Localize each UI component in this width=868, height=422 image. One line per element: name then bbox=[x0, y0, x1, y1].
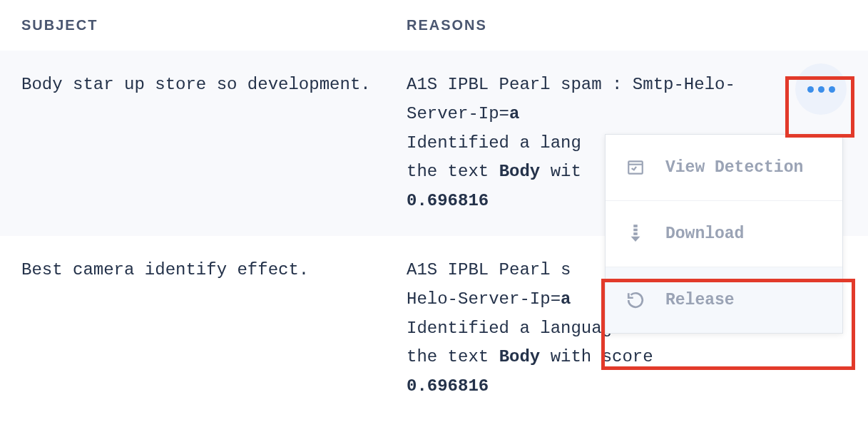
col-header-reasons: REASONS bbox=[407, 17, 847, 34]
dropdown-label: Release bbox=[665, 291, 735, 309]
reason-text: the text bbox=[407, 347, 499, 366]
dropdown-label: Download bbox=[665, 225, 744, 243]
reason-text: Identified a lang bbox=[407, 133, 581, 153]
download-icon bbox=[626, 224, 645, 244]
table-header: SUBJECT REASONS bbox=[0, 0, 868, 51]
reason-bold: Body bbox=[499, 162, 541, 181]
reason-text: wit bbox=[540, 162, 581, 181]
reason-text: Helo-Server-Ip= bbox=[407, 289, 561, 309]
reason-bold: 0.696816 bbox=[407, 376, 489, 396]
svg-rect-2 bbox=[633, 229, 638, 232]
row-actions bbox=[795, 63, 847, 115]
reason-text: A1S IPBL Pearl spam : Smtp-Helo-Server-I… bbox=[407, 75, 735, 123]
reason-text: with score bbox=[540, 347, 653, 366]
release-icon bbox=[626, 290, 645, 310]
dropdown-item-view-detection[interactable]: View Detection bbox=[606, 135, 842, 201]
svg-rect-3 bbox=[633, 232, 638, 235]
reason-bold: a bbox=[561, 289, 571, 309]
more-icon bbox=[807, 86, 835, 93]
reason-text: Identified a language bbox=[407, 319, 633, 338]
col-header-subject: SUBJECT bbox=[21, 17, 407, 34]
reason-text: the text bbox=[407, 162, 499, 181]
reason-bold: 0.696816 bbox=[407, 191, 489, 210]
reason-text: A1S IPBL Pearl s bbox=[407, 260, 571, 279]
more-actions-button[interactable] bbox=[795, 63, 847, 115]
dropdown-label: View Detection bbox=[665, 158, 803, 177]
dropdown-item-download[interactable]: Download bbox=[606, 201, 842, 267]
reason-bold: Body bbox=[499, 347, 541, 366]
dropdown-item-release[interactable]: Release bbox=[606, 267, 842, 333]
cell-subject: Body star up store so development. bbox=[21, 71, 407, 216]
actions-dropdown: View Detection Download Release bbox=[605, 134, 843, 334]
svg-rect-1 bbox=[633, 225, 638, 227]
cell-subject: Best camera identify effect. bbox=[21, 256, 407, 401]
reason-bold: a bbox=[509, 104, 519, 123]
mail-detect-icon bbox=[626, 158, 645, 177]
